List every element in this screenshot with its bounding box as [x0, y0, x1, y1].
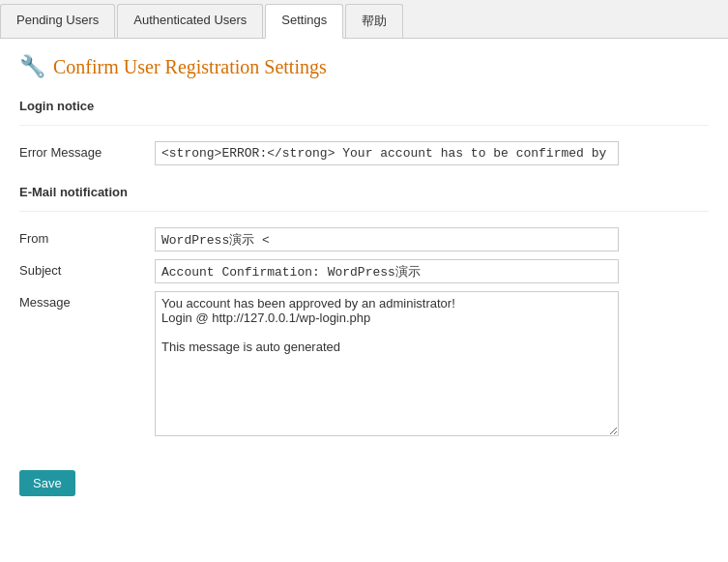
from-label: From [19, 223, 155, 255]
subject-label: Subject [19, 255, 155, 287]
from-input[interactable] [155, 227, 619, 251]
page-title-container: 🔧 Confirm User Registration Settings [19, 54, 709, 79]
subject-input[interactable] [155, 259, 619, 283]
from-cell [155, 223, 709, 255]
subject-cell [155, 255, 709, 287]
error-message-row: Error Message [19, 137, 709, 169]
tab-help[interactable]: 帮助 [345, 4, 403, 38]
email-notification-section: E-Mail notification From Subject Message [19, 185, 709, 443]
login-notice-table: Error Message [19, 137, 709, 169]
email-notification-divider [19, 211, 709, 212]
error-message-label: Error Message [19, 137, 155, 169]
email-notification-title: E-Mail notification [19, 185, 709, 199]
message-cell [155, 287, 709, 443]
tab-settings[interactable]: Settings [265, 4, 343, 39]
save-button[interactable]: Save [19, 470, 75, 496]
subject-row: Subject [19, 255, 709, 287]
error-message-cell [155, 137, 709, 169]
from-row: From [19, 223, 709, 255]
error-message-input[interactable] [155, 141, 619, 165]
page-content: 🔧 Confirm User Registration Settings Log… [0, 39, 728, 516]
message-row: Message [19, 287, 709, 443]
login-notice-divider [19, 125, 709, 126]
tab-authenticated-users[interactable]: Authenticated Users [117, 4, 263, 38]
main-wrap: Pending Users Authenticated Users Settin… [0, 0, 728, 562]
message-label: Message [19, 287, 155, 443]
login-notice-title: Login notice [19, 99, 709, 113]
tab-bar: Pending Users Authenticated Users Settin… [0, 0, 728, 39]
login-notice-section: Login notice Error Message [19, 99, 709, 169]
email-notification-table: From Subject Message [19, 223, 709, 443]
tab-pending-users[interactable]: Pending Users [0, 4, 115, 38]
page-title: Confirm User Registration Settings [53, 56, 327, 78]
tools-icon: 🔧 [19, 54, 45, 79]
message-textarea[interactable] [155, 291, 619, 436]
